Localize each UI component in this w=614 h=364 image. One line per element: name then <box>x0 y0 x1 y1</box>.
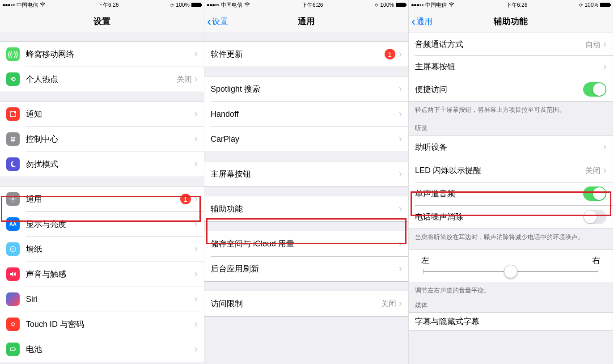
chevron-icon: › <box>195 318 198 330</box>
row-siri[interactable]: Siri › <box>0 287 204 312</box>
row-storage[interactable]: 储存空间与 iCloud 用量 › <box>204 231 408 256</box>
status-bar: 中国电信 下午6:26 ⟳ 100% <box>204 0 408 10</box>
carplay-label: CarPlay <box>211 135 399 144</box>
chevron-icon: › <box>195 73 198 85</box>
status-bar: 中国电信 下午6:26 ⟳ 100% <box>0 0 204 10</box>
row-control-center[interactable]: 控制中心 › <box>0 127 204 152</box>
row-noise-cancel[interactable]: 电话噪声消除 <box>409 205 613 229</box>
row-reachability[interactable]: 便捷访问 <box>409 78 613 101</box>
chevron-icon: › <box>195 48 198 60</box>
battery-percent: 100% <box>380 2 394 8</box>
wifi-icon <box>449 2 454 8</box>
carrier-label: 中国电信 <box>17 1 38 9</box>
balance-slider-row: 左 右 <box>409 250 613 282</box>
row-subtitles[interactable]: 字幕与隐藏式字幕 <box>409 313 613 330</box>
back-button[interactable]: ‹ 设置 <box>207 10 228 33</box>
balance-slider[interactable] <box>423 271 598 272</box>
row-sounds[interactable]: 声音与触感 › <box>0 262 204 287</box>
handoff-label: Handoff <box>211 110 399 119</box>
back-label: 设置 <box>212 16 228 27</box>
row-hotspot[interactable]: ⟲ 个人热点 关闭 › <box>0 67 204 92</box>
page-title: 通用 <box>298 16 315 27</box>
row-accessibility[interactable]: 辅助功能 › <box>204 196 408 221</box>
control-center-icon <box>6 132 20 146</box>
storage-label: 储存空间与 iCloud 用量 <box>211 238 399 249</box>
row-touchid[interactable]: Touch ID 与密码 › <box>0 312 204 337</box>
reachability-toggle[interactable] <box>583 82 606 97</box>
noise-cancel-label: 电话噪声消除 <box>415 212 583 222</box>
row-call-audio[interactable]: 音频通话方式 自动 › <box>409 33 613 55</box>
svg-point-5 <box>12 198 14 200</box>
general-badge: 1 <box>180 194 191 204</box>
signal-dots-icon <box>3 4 15 6</box>
chevron-icon: › <box>195 108 198 120</box>
nav-bar: ‹ 设置 通用 <box>204 10 408 33</box>
back-label: 通用 <box>416 16 432 27</box>
orientation-lock-icon: ⟳ <box>579 3 583 8</box>
wifi-icon <box>40 2 46 8</box>
accessibility-label: 辅助功能 <box>211 203 399 214</box>
hotspot-label: 个人热点 <box>26 74 177 85</box>
chevron-icon: › <box>195 343 198 355</box>
row-handoff[interactable]: Handoff › <box>204 102 408 127</box>
svg-rect-9 <box>15 349 16 350</box>
sounds-label: 声音与触感 <box>26 269 195 279</box>
row-software-update[interactable]: 软件更新 1 › <box>204 42 408 67</box>
row-spotlight[interactable]: Spotlight 搜索 › <box>204 76 408 102</box>
svg-point-3 <box>13 137 16 139</box>
spotlight-label: Spotlight 搜索 <box>211 84 399 94</box>
signal-dots-icon <box>207 4 219 6</box>
reachability-footer: 轻点两下主屏幕按钮，将屏幕上方项目拉至可及范围。 <box>409 102 613 116</box>
svg-rect-8 <box>10 348 15 351</box>
siri-label: Siri <box>26 295 195 304</box>
signal-dots-icon <box>411 4 423 6</box>
nav-bar: ‹ 通用 辅助功能 <box>409 10 613 33</box>
call-audio-label: 音频通话方式 <box>415 39 585 50</box>
svg-point-1 <box>14 111 16 113</box>
svg-point-7 <box>13 249 14 250</box>
row-wallpaper[interactable]: 墙纸 › <box>0 237 204 262</box>
back-button[interactable]: ‹ 通用 <box>411 10 432 33</box>
row-battery[interactable]: 电池 › <box>0 337 204 362</box>
chevron-icon: › <box>399 263 402 275</box>
cellular-label: 蜂窝移动网络 <box>26 49 195 59</box>
row-restrictions[interactable]: 访问限制 关闭 › <box>204 291 408 316</box>
page-title: 辅助功能 <box>494 16 528 27</box>
chevron-icon: › <box>195 293 198 305</box>
noise-cancel-toggle[interactable] <box>583 210 606 224</box>
row-cellular[interactable]: ((·)) 蜂窝移动网络 › <box>0 42 204 67</box>
chevron-icon: › <box>603 165 606 176</box>
chevron-left-icon: ‹ <box>207 15 211 28</box>
chevron-left-icon: ‹ <box>411 15 415 28</box>
notifications-label: 通知 <box>26 109 195 119</box>
row-dnd[interactable]: 勿扰模式 › <box>0 152 204 177</box>
touchid-label: Touch ID 与密码 <box>26 319 195 330</box>
row-home-button[interactable]: 主屏幕按钮 › <box>204 161 408 186</box>
dnd-icon <box>6 157 20 171</box>
restrictions-value: 关闭 <box>381 299 396 309</box>
slider-knob[interactable] <box>504 265 517 278</box>
dnd-label: 勿扰模式 <box>26 159 195 169</box>
restrictions-label: 访问限制 <box>211 298 381 309</box>
row-led-flash[interactable]: LED 闪烁以示提醒 关闭 › <box>409 159 613 182</box>
media-header: 媒体 <box>409 297 613 312</box>
row-carplay[interactable]: CarPlay › <box>204 127 408 152</box>
chevron-icon: › <box>399 108 402 120</box>
call-audio-value: 自动 <box>585 39 601 50</box>
home-button-label: 主屏幕按钮 <box>211 169 399 179</box>
row-home-button-3[interactable]: 主屏幕按钮 › <box>409 55 613 78</box>
mono-audio-toggle[interactable] <box>583 186 606 201</box>
row-mono-audio[interactable]: 单声道音频 <box>409 182 613 205</box>
display-icon: AA <box>6 217 20 231</box>
led-flash-label: LED 闪烁以示提醒 <box>415 165 585 176</box>
background-refresh-label: 后台应用刷新 <box>211 263 399 274</box>
orientation-lock-icon: ⟳ <box>170 3 174 8</box>
noise-cancel-footer: 当您将听筒放在耳边时，噪声消除将减少电话中的环境噪声。 <box>409 229 613 244</box>
row-hearing-devices[interactable]: 助听设备 › <box>409 135 613 159</box>
row-general[interactable]: 通用 1 › <box>0 186 204 212</box>
row-display[interactable]: AA 显示与亮度 › <box>0 212 204 237</box>
row-notifications[interactable]: 通知 › <box>0 102 204 127</box>
display-label: 显示与亮度 <box>26 219 195 229</box>
row-background-refresh[interactable]: 后台应用刷新 › <box>204 256 408 281</box>
chevron-icon: › <box>399 203 402 215</box>
